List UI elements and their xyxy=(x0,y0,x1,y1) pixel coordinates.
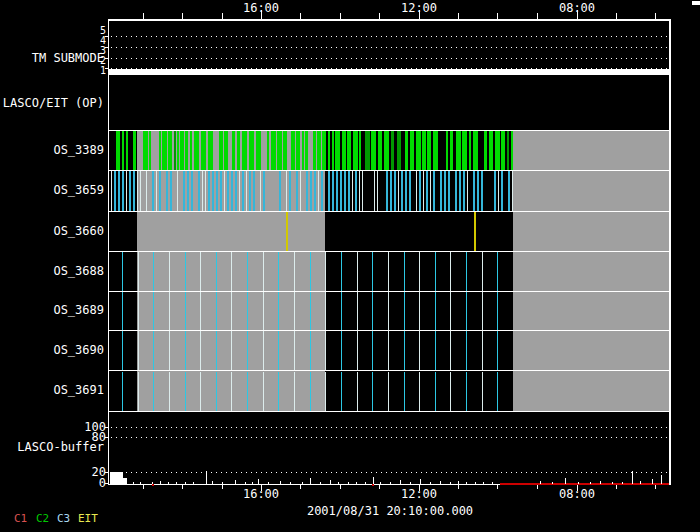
pale-grid-line xyxy=(138,372,139,411)
cyan-activity-bar xyxy=(122,171,124,211)
cyan-activity-bar xyxy=(187,171,189,211)
green-activity-bar xyxy=(133,131,136,170)
cyan-activity-bar xyxy=(183,171,185,211)
cyan-activity-bar xyxy=(152,171,154,211)
green-activity-bar xyxy=(371,131,376,170)
buffer-spike xyxy=(466,482,467,484)
cyan-activity-bar xyxy=(191,171,193,211)
cyan-grid-line xyxy=(341,331,342,370)
cyan-activity-bar xyxy=(321,171,323,211)
pale-grid-line xyxy=(263,331,264,370)
cyan-grid-line xyxy=(310,372,311,411)
green-activity-bar xyxy=(410,131,414,170)
white-activity-bar xyxy=(512,171,513,211)
top-axis-minor-tick xyxy=(182,13,183,19)
green-activity-bar xyxy=(116,131,120,170)
row-divider-line xyxy=(108,411,670,412)
green-activity-bar xyxy=(469,131,471,170)
legend-item-c1: C1 xyxy=(14,513,27,525)
top-axis-major-tick xyxy=(261,10,262,19)
bottom-axis-major-tick xyxy=(261,485,262,491)
buffer-spike xyxy=(578,482,579,484)
green-activity-bar xyxy=(305,131,308,170)
green-activity-bar xyxy=(484,131,487,170)
pale-grid-line xyxy=(357,252,358,291)
cyan-grid-line xyxy=(435,292,436,330)
pale-grid-line xyxy=(419,292,420,330)
legend-item-eit: EIT xyxy=(78,513,98,525)
green-activity-bar xyxy=(249,131,254,170)
pale-grid-line xyxy=(169,252,170,291)
cyan-grid-line xyxy=(216,372,217,411)
cyan-grid-line xyxy=(497,372,498,411)
bottom-axis-minor-tick xyxy=(616,485,617,489)
cyan-activity-bar xyxy=(198,171,200,211)
buffer-spike xyxy=(338,482,339,484)
cyan-activity-bar xyxy=(409,171,411,211)
green-activity-bar xyxy=(489,131,493,170)
white-activity-bar xyxy=(300,171,301,211)
cyan-grid-line xyxy=(310,331,311,370)
cyan-grid-line xyxy=(435,372,436,411)
white-activity-bar xyxy=(156,171,157,211)
green-activity-bar xyxy=(342,131,346,170)
cyan-activity-bar xyxy=(231,171,233,211)
legend-item-c2: C2 xyxy=(36,513,49,525)
cyan-activity-bar xyxy=(419,171,421,211)
green-activity-bar xyxy=(456,131,461,170)
buffer-spike xyxy=(475,482,476,484)
pale-grid-line xyxy=(419,372,420,411)
cyan-grid-line xyxy=(341,292,342,330)
cyan-grid-line xyxy=(466,252,467,291)
green-activity-bar xyxy=(232,131,235,170)
pale-grid-line xyxy=(200,292,201,330)
green-activity-bar xyxy=(162,131,167,170)
buffer-spike xyxy=(268,482,269,484)
buffer-spike xyxy=(212,481,213,484)
pale-grid-line xyxy=(138,252,139,291)
cyan-activity-bar xyxy=(481,171,483,211)
cyan-grid-line xyxy=(372,331,373,370)
cyan-grid-line xyxy=(435,331,436,370)
white-activity-bar xyxy=(146,171,147,211)
row-divider-line xyxy=(108,211,670,212)
cyan-grid-line xyxy=(310,292,311,330)
cyan-grid-line xyxy=(372,292,373,330)
green-activity-bar xyxy=(322,131,326,170)
cyan-activity-bar xyxy=(386,171,388,211)
pale-grid-line xyxy=(325,372,326,411)
pale-grid-line xyxy=(294,372,295,411)
buffer-red-tick xyxy=(152,484,154,486)
green-activity-bar xyxy=(256,131,261,170)
pale-grid-line xyxy=(388,292,389,330)
green-activity-bar xyxy=(159,131,161,170)
buffer-spike xyxy=(420,479,421,484)
top-axis-minor-tick xyxy=(655,13,656,19)
green-activity-bar xyxy=(242,131,247,170)
bottom-axis-minor-tick xyxy=(182,485,183,489)
pale-grid-line xyxy=(482,292,483,330)
buffer-spike xyxy=(160,481,161,484)
legend-item-c3: C3 xyxy=(57,513,70,525)
cyan-grid-line xyxy=(372,372,373,411)
buffer-spike xyxy=(373,477,374,484)
cyan-activity-bar xyxy=(405,171,407,211)
pale-grid-line xyxy=(138,292,139,330)
pale-grid-line xyxy=(450,372,451,411)
cyan-grid-line xyxy=(122,292,123,330)
cyan-activity-bar xyxy=(220,171,222,211)
top-axis-minor-tick xyxy=(222,13,223,19)
row-divider-line xyxy=(108,291,670,292)
cyan-grid-line xyxy=(185,331,186,370)
buffer-spike xyxy=(365,482,366,484)
cyan-grid-line xyxy=(185,252,186,291)
cyan-grid-line xyxy=(247,252,248,291)
cyan-activity-bar xyxy=(114,171,116,211)
cyan-activity-bar xyxy=(235,171,237,211)
top-axis-minor-tick xyxy=(300,13,301,19)
pale-grid-line xyxy=(450,292,451,330)
bottom-axis-minor-tick xyxy=(655,485,656,489)
buffer-spike xyxy=(140,482,141,484)
row-label-os-3688: OS_3688 xyxy=(2,265,104,278)
cyan-activity-bar xyxy=(314,171,316,211)
